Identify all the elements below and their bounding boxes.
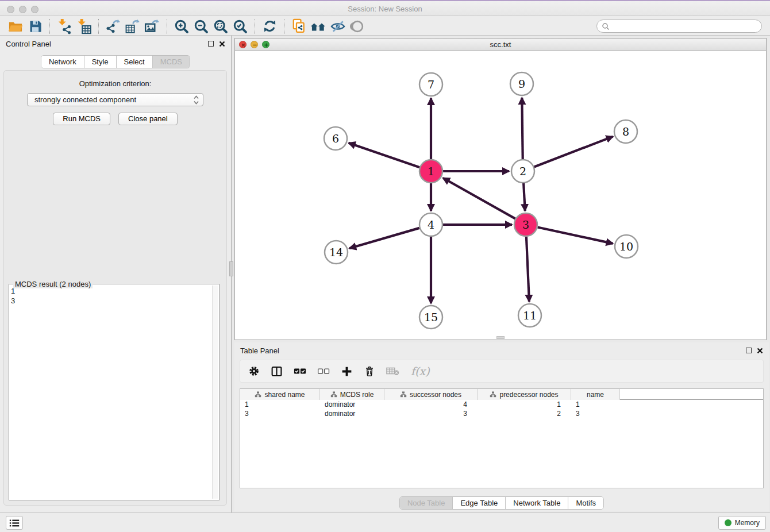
- select-all-columns-button[interactable]: [294, 364, 306, 378]
- graph-node-4[interactable]: 4: [419, 213, 442, 236]
- network-minimize-button[interactable]: [251, 41, 258, 48]
- column-header-shared-name[interactable]: shared name: [240, 389, 320, 400]
- graph-node-8[interactable]: 8: [614, 120, 637, 143]
- graph-node-15[interactable]: 15: [419, 306, 442, 329]
- search-input[interactable]: [610, 22, 757, 30]
- tab-node-table[interactable]: Node Table: [400, 497, 453, 509]
- show-graphics-details-button[interactable]: [348, 18, 367, 35]
- tab-mcds[interactable]: MCDS: [153, 56, 190, 68]
- import-table-button[interactable]: [74, 18, 94, 35]
- import-network-button[interactable]: [55, 18, 74, 35]
- tab-network-table[interactable]: Network Table: [506, 497, 568, 509]
- export-image-button[interactable]: [143, 18, 162, 35]
- search-field[interactable]: [596, 20, 762, 33]
- float-panel-icon[interactable]: [746, 348, 752, 353]
- table-cell[interactable]: 3: [240, 409, 320, 418]
- status-bar: Memory: [0, 512, 770, 532]
- memory-button[interactable]: Memory: [718, 516, 766, 530]
- graph-edge-1-6[interactable]: [349, 143, 419, 167]
- zoom-selected-button[interactable]: [230, 18, 250, 35]
- node-table[interactable]: shared nameMCDS rolesuccessor nodesprede…: [240, 388, 764, 488]
- tab-style[interactable]: Style: [84, 56, 117, 68]
- hide-graphics-details-button[interactable]: [328, 18, 348, 35]
- graph-edge-3-1[interactable]: [443, 178, 515, 219]
- criterion-value: strongly connected component: [34, 95, 136, 104]
- network-canvas[interactable]: 7968124314101511: [235, 52, 766, 340]
- graph-node-14[interactable]: 14: [325, 241, 348, 264]
- graph-node-11[interactable]: 11: [518, 304, 541, 327]
- create-column-button[interactable]: [341, 364, 353, 378]
- float-panel-icon[interactable]: [208, 41, 214, 47]
- close-panel-button[interactable]: Close panel: [118, 113, 178, 125]
- column-header-successor-nodes[interactable]: successor nodes: [384, 389, 478, 400]
- table-cell[interactable]: 1: [240, 400, 320, 409]
- graph-edge-3-11[interactable]: [526, 237, 529, 302]
- table-cell[interactable]: dominator: [320, 400, 384, 409]
- column-header-label: successor nodes: [410, 391, 461, 399]
- network-zoom-button[interactable]: [262, 41, 270, 48]
- zoom-in-button[interactable]: [172, 18, 191, 35]
- column-header-MCDS-role[interactable]: MCDS role: [320, 389, 384, 400]
- table-cell[interactable]: 1: [571, 400, 620, 409]
- close-panel-icon[interactable]: [757, 348, 763, 354]
- table-row[interactable]: 1dominator411: [240, 400, 763, 409]
- graph-node-3[interactable]: 3: [514, 213, 537, 236]
- export-table-button[interactable]: [123, 18, 143, 35]
- table-cell[interactable]: dominator: [320, 409, 384, 418]
- unselect-all-icon: [317, 366, 330, 376]
- delete-column-button[interactable]: [364, 364, 375, 378]
- run-mcds-button[interactable]: Run MCDS: [53, 113, 110, 125]
- svg-text:6: 6: [332, 132, 339, 145]
- result-scrollbar[interactable]: [212, 286, 218, 499]
- table-cell[interactable]: 3: [384, 409, 478, 418]
- tab-edge-table[interactable]: Edge Table: [453, 497, 506, 509]
- close-panel-icon[interactable]: [219, 41, 225, 47]
- tab-select[interactable]: Select: [117, 56, 153, 68]
- task-history-button[interactable]: [6, 516, 23, 530]
- toolbar-separator: [284, 19, 284, 34]
- first-neighbors-button[interactable]: [309, 18, 328, 35]
- graph-edge-2-3[interactable]: [523, 183, 525, 211]
- mcds-result-text[interactable]: 1 3: [11, 286, 211, 498]
- tab-network[interactable]: Network: [41, 56, 84, 68]
- export-network-button[interactable]: [103, 18, 123, 35]
- graph-edge-2-8[interactable]: [534, 137, 613, 167]
- table-panel-title: Table Panel: [240, 346, 746, 355]
- refresh-layout-button[interactable]: [260, 18, 279, 35]
- graph-edge-2-9[interactable]: [522, 98, 522, 159]
- graph-node-2[interactable]: 2: [511, 160, 534, 183]
- split-panel-button[interactable]: [271, 364, 283, 378]
- graph-node-10[interactable]: 10: [615, 235, 638, 258]
- copy-network-view-button[interactable]: [289, 18, 309, 35]
- network-close-button[interactable]: [239, 41, 247, 48]
- memory-status-dot: [725, 519, 732, 526]
- graph-edge-4-14[interactable]: [349, 228, 419, 248]
- table-cell[interactable]: 4: [384, 400, 478, 409]
- graph-node-9[interactable]: 9: [510, 72, 533, 95]
- table-cell[interactable]: 2: [478, 409, 571, 418]
- graph-node-1[interactable]: 1: [419, 160, 442, 183]
- criterion-select[interactable]: strongly connected component: [27, 93, 203, 106]
- save-session-button[interactable]: [25, 18, 45, 35]
- tab-motifs[interactable]: Motifs: [568, 497, 603, 509]
- table-cell[interactable]: 1: [478, 400, 571, 409]
- table-cell[interactable]: 3: [571, 409, 620, 418]
- export-table-icon: [125, 18, 141, 34]
- zoom-out-button[interactable]: [191, 18, 211, 35]
- table-row[interactable]: 3dominator323: [240, 409, 763, 418]
- vertical-splitter-handle[interactable]: [229, 261, 233, 276]
- zoom-out-icon: [193, 18, 209, 34]
- select-all-icon: [294, 366, 306, 376]
- graph-node-7[interactable]: 7: [419, 73, 442, 96]
- table-options-button[interactable]: [248, 364, 260, 378]
- graph-node-6[interactable]: 6: [324, 127, 347, 150]
- import-table-icon: [76, 18, 92, 34]
- zoom-fit-button[interactable]: [211, 18, 230, 35]
- column-header-predecessor-nodes[interactable]: predecessor nodes: [478, 389, 571, 400]
- column-header-name[interactable]: name: [571, 389, 620, 400]
- open-file-button[interactable]: [6, 18, 25, 35]
- graph-edge-3-10[interactable]: [538, 227, 613, 243]
- unselect-all-columns-button[interactable]: [317, 364, 330, 378]
- horizontal-splitter-handle[interactable]: [496, 336, 505, 339]
- table-panel-header: Table Panel: [234, 342, 769, 358]
